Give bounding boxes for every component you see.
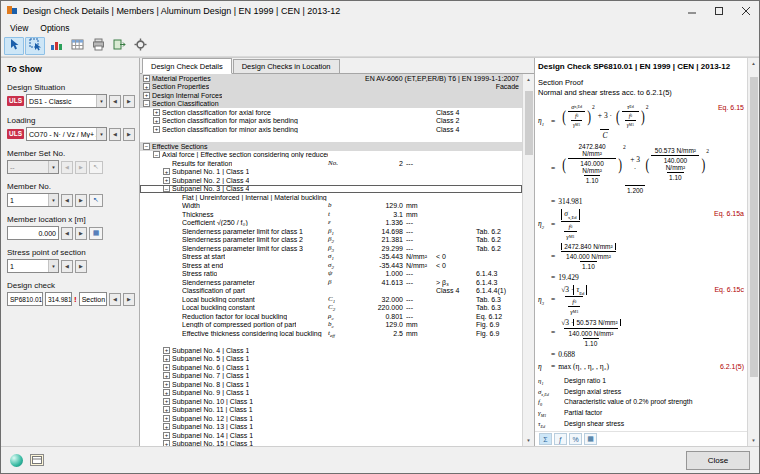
table-row[interactable]: + Section Properties Facade	[140, 83, 522, 92]
tree-toggle-icon[interactable]: +	[143, 92, 150, 99]
table-row[interactable]: + Subpanel No. 1 | Class 1	[140, 168, 522, 177]
scroll-thumb[interactable]	[750, 77, 758, 377]
member-location-prev-button[interactable]: ◀	[61, 227, 73, 240]
tree-toggle-icon[interactable]: +	[163, 364, 170, 371]
tree-toggle-icon[interactable]: +	[163, 423, 170, 430]
close-button[interactable]: Close	[686, 451, 750, 470]
tree-toggle-icon[interactable]: +	[163, 406, 170, 413]
tree-toggle-icon[interactable]: +	[143, 75, 150, 82]
select-window-button[interactable]	[25, 37, 45, 55]
tree-toggle-icon[interactable]: +	[163, 347, 170, 354]
tab-design-check-details[interactable]: Design Check Details	[142, 58, 232, 74]
table-row[interactable]: + Subpanel No. 14 | Class 1	[140, 431, 522, 440]
tree-toggle-icon[interactable]: +	[153, 117, 160, 124]
stress-point-select[interactable]: 1 ▼	[7, 259, 59, 273]
tree-toggle-icon[interactable]: −	[143, 143, 150, 150]
menu-view[interactable]: View	[4, 22, 34, 34]
member-next-button[interactable]: ▶	[75, 194, 87, 207]
scroll-down-icon[interactable]: ▼	[748, 435, 759, 446]
tree-toggle-icon[interactable]: +	[163, 381, 170, 388]
printer-button[interactable]	[88, 37, 108, 55]
tree-toggle-icon[interactable]: −	[163, 185, 170, 192]
table-row[interactable]: − Effective Sections	[140, 142, 522, 151]
table-row[interactable]: + Section classification for axial force…	[140, 108, 522, 117]
member-location-input[interactable]: 0.000	[7, 226, 59, 240]
design-check-select[interactable]: Section Pro...	[79, 292, 107, 306]
loading-select[interactable]: CO70 - N· / Vz / My+ / Vy / ... ▼	[26, 127, 107, 141]
tree-toggle-icon[interactable]: +	[163, 389, 170, 396]
design-situation-prev-button[interactable]: ◀	[109, 95, 121, 108]
maximize-button[interactable]	[705, 1, 732, 20]
table-row[interactable]: + Subpanel No. 6 | Class 1	[140, 363, 522, 372]
design-situation-select[interactable]: DS1 - Classic ▼	[26, 94, 107, 108]
stress-point-prev-button[interactable]: ◀	[61, 260, 73, 273]
table-row[interactable]: − Section Classification	[140, 100, 522, 109]
formula-icon[interactable]: ƒ	[554, 433, 567, 445]
table-row[interactable]: + Subpanel No. 2 | Class 4	[140, 176, 522, 185]
code-reference[interactable]: Eq. 6.15a	[714, 210, 744, 217]
table-row[interactable]: + Subpanel No. 10 | Class 1	[140, 397, 522, 406]
member-prev-button[interactable]: ◀	[61, 194, 73, 207]
panel-icon[interactable]	[30, 454, 44, 466]
table-row[interactable]	[140, 134, 522, 143]
render-sphere-icon[interactable]	[10, 454, 23, 467]
table-row[interactable]: + Subpanel No. 9 | Class 1	[140, 389, 522, 398]
member-pick-icon[interactable]: ↖	[89, 194, 103, 207]
table-row[interactable]: + Subpanel No. 12 | Class 1	[140, 414, 522, 423]
menu-options[interactable]: Options	[34, 22, 75, 34]
details-scrollbar[interactable]: ▲ ▼	[522, 74, 534, 446]
tree-toggle-icon[interactable]: +	[153, 109, 160, 116]
table-row[interactable]: − Subpanel No. 3 | Class 4	[140, 185, 522, 194]
code-reference[interactable]: Eq. 6.15c	[714, 286, 744, 293]
scroll-up-icon[interactable]: ▲	[523, 74, 534, 85]
loading-prev-button[interactable]: ◀	[109, 128, 121, 141]
table-row[interactable]	[140, 338, 522, 347]
table-row[interactable]: + Design Internal Forces	[140, 91, 522, 100]
tree-toggle-icon[interactable]: +	[163, 415, 170, 422]
table-row[interactable]: + Section classification for minor axis …	[140, 125, 522, 134]
design-situation-next-button[interactable]: ▶	[123, 95, 135, 108]
table-button[interactable]	[67, 37, 87, 55]
grid-icon[interactable]: ▦	[584, 433, 597, 445]
table-row[interactable]: + Material Properties EN AV-6060 (ET,EP,…	[140, 74, 522, 83]
table-row[interactable]: + Subpanel No. 4 | Class 1	[140, 346, 522, 355]
tree-toggle-icon[interactable]: +	[163, 440, 170, 446]
table-row[interactable]: + Section classification for major axis …	[140, 117, 522, 126]
stress-point-next-button[interactable]: ▶	[75, 260, 87, 273]
table-row[interactable]: + Subpanel No. 15 | Class 1	[140, 440, 522, 447]
titlebar[interactable]: Design Check Details | Members | Aluminu…	[1, 1, 759, 20]
close-window-button[interactable]	[732, 1, 759, 20]
table-row[interactable]: Results for iteration No. 2 ---	[140, 159, 522, 168]
tree-toggle-icon[interactable]: −	[143, 100, 150, 107]
code-reference[interactable]: Eq. 6.15	[718, 104, 744, 111]
tree-toggle-icon[interactable]: +	[163, 168, 170, 175]
table-row[interactable]: + Subpanel No. 13 | Class 1	[140, 423, 522, 432]
design-check-next-button[interactable]: ▶	[123, 293, 135, 306]
member-location-pick-icon[interactable]: ▦	[89, 227, 103, 240]
table-row[interactable]: + Subpanel No. 7 | Class 1	[140, 372, 522, 381]
percent-icon[interactable]: %	[569, 433, 582, 445]
tree-toggle-icon[interactable]: +	[163, 372, 170, 379]
member-select[interactable]: 1 ▼	[7, 193, 59, 207]
tree-toggle-icon[interactable]: +	[153, 126, 160, 133]
table-row[interactable]: Slenderness parameter β 41.613 --- > β₃ …	[140, 278, 522, 287]
tree-toggle-icon[interactable]: +	[163, 432, 170, 439]
table-row[interactable]: Effective thickness considering local bu…	[140, 329, 522, 338]
code-reference[interactable]: 6.2.1(5)	[720, 363, 744, 370]
tree-toggle-icon[interactable]: +	[163, 177, 170, 184]
settings-button[interactable]	[130, 37, 150, 55]
select-arrow-button[interactable]	[4, 37, 24, 55]
tab-design-checks-in-location[interactable]: Design Checks in Location	[233, 59, 340, 73]
member-location-next-button[interactable]: ▶	[75, 227, 87, 240]
table-row[interactable]: + Subpanel No. 11 | Class 1	[140, 406, 522, 415]
tree-toggle-icon[interactable]: −	[153, 151, 160, 158]
scroll-down-icon[interactable]: ▼	[523, 435, 534, 446]
export-button[interactable]	[109, 37, 129, 55]
tree-toggle-icon[interactable]: +	[163, 398, 170, 405]
chart-button[interactable]	[46, 37, 66, 55]
window-scrollbar[interactable]: ▲ ▼	[747, 58, 759, 446]
tree-toggle-icon[interactable]: +	[143, 83, 150, 90]
design-check-prev-button[interactable]: ◀	[109, 293, 121, 306]
table-row[interactable]: + Subpanel No. 8 | Class 1	[140, 380, 522, 389]
scroll-thumb[interactable]	[525, 91, 533, 155]
